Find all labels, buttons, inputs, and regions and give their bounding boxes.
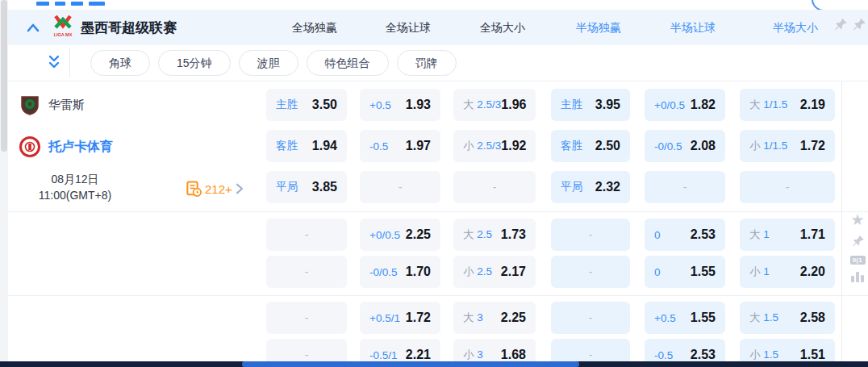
- ou-side: 大: [463, 311, 477, 323]
- bar: [851, 276, 854, 282]
- odds-cell-r1-c5[interactable]: +0/0.51.82: [645, 89, 725, 121]
- odds-value: 1.68: [501, 348, 526, 362]
- betting-panel: LIGA MX 墨西哥超级联赛 全场独赢全场让球全场大小半场独赢半场让球半场大小…: [0, 0, 868, 367]
- vertical-scrollbar-track[interactable]: [0, 0, 8, 367]
- ou-side: 小: [749, 140, 763, 152]
- odds-label: 小 1/1.5: [749, 139, 787, 153]
- odds-cell-r2-c3[interactable]: 小 2.5/31.92: [453, 130, 536, 162]
- odds-cell-r2-c4[interactable]: 客胜2.50: [551, 130, 630, 162]
- odds-cell-r4-c2[interactable]: +0/0.52.25: [360, 219, 440, 251]
- stats-bars-icon[interactable]: [851, 272, 864, 282]
- league-title: 墨西哥超级联赛: [81, 19, 177, 37]
- ou-line: 2.5/3: [477, 98, 501, 111]
- odds-value: 1.70: [406, 265, 431, 279]
- odds-label: 小 2.5: [463, 265, 492, 279]
- score-badge-icon[interactable]: 0|1: [850, 256, 866, 265]
- odds-value: 1.94: [312, 139, 337, 153]
- market-pill-2[interactable]: 15分钟: [158, 50, 231, 76]
- column-header-4[interactable]: 半场独赢: [559, 19, 638, 35]
- odds-cell-r3-c3: -: [453, 171, 536, 203]
- odds-label: -0.5/1: [369, 349, 398, 361]
- divider: [8, 295, 868, 296]
- odds-label: 客胜: [561, 139, 582, 153]
- odds-cell-r1-c3[interactable]: 大 2.5/31.96: [453, 89, 536, 121]
- ou-side: 大: [463, 228, 477, 240]
- column-header-3[interactable]: 全场大小: [461, 19, 544, 35]
- odds-cell-r1-c4[interactable]: 主胜3.95: [551, 89, 630, 121]
- column-header-6[interactable]: 半场大小: [748, 19, 843, 35]
- odds-cell-r6-c6[interactable]: 大 1.52.58: [740, 302, 835, 334]
- odds-label: 大 2.5: [463, 227, 492, 242]
- column-header-1[interactable]: 全场独赢: [274, 19, 355, 35]
- odds-cell-r5-c3[interactable]: 小 2.52.17: [453, 256, 536, 288]
- market-pill-1[interactable]: 角球: [90, 50, 150, 76]
- horizontal-scrollbar-thumb[interactable]: [242, 361, 579, 367]
- column-header-5[interactable]: 半场让球: [653, 19, 733, 35]
- ou-side: 小: [749, 348, 763, 361]
- clipped-glyph: [55, 2, 65, 6]
- odds-dash: -: [493, 181, 497, 194]
- odds-cell-r5-c5[interactable]: 01.55: [645, 256, 725, 288]
- odds-cell-r3-c1[interactable]: 平局3.85: [266, 171, 347, 203]
- odds-label: 小 1: [749, 265, 770, 279]
- odds-cell-r5-c6[interactable]: 小 12.20: [740, 256, 835, 288]
- odds-cell-r4-c5[interactable]: 02.53: [645, 219, 725, 251]
- odds-cell-r3-c4[interactable]: 平局2.32: [551, 171, 630, 203]
- away-team-name: 托卢卡体育: [48, 139, 113, 156]
- odds-label: 0: [654, 266, 661, 278]
- right-toolbar: ★ 0|1: [847, 213, 868, 282]
- odds-cell-r4-c3[interactable]: 大 2.51.73: [453, 219, 536, 251]
- odds-label: 大 1: [749, 227, 770, 242]
- pin-icon[interactable]: [833, 18, 848, 32]
- odds-label: 大 3: [463, 311, 483, 325]
- odds-value: 2.50: [595, 139, 620, 153]
- ou-line: 1/1.5: [763, 98, 787, 111]
- odds-label: 主胜: [561, 98, 582, 112]
- odds-label: 小 3: [463, 348, 483, 362]
- market-pill-4[interactable]: 特色组合: [307, 50, 389, 76]
- odds-cell-r1-c6[interactable]: 大 1/1.52.19: [740, 89, 835, 121]
- odds-value: 1.93: [406, 98, 431, 112]
- odds-cell-r5-c1: -: [266, 256, 347, 288]
- odds-cell-r2-c2[interactable]: -0.51.97: [360, 130, 440, 162]
- ou-line: 1.5: [763, 311, 778, 323]
- odds-label: 小 1.5: [749, 348, 778, 362]
- odds-cell-r6-c3[interactable]: 大 32.25: [453, 302, 536, 334]
- vertical-scrollbar-thumb[interactable]: [1, 0, 7, 152]
- odds-cell-r4-c6[interactable]: 大 11.71: [740, 219, 835, 251]
- odds-value: 3.85: [312, 180, 337, 194]
- odds-label: +0.5: [654, 312, 676, 324]
- odds-cell-r2-c5[interactable]: -0/0.52.08: [645, 130, 725, 162]
- odds-cell-r1-c1[interactable]: 主胜3.50: [266, 89, 347, 121]
- odds-value: 3.50: [312, 98, 337, 112]
- double-chevron-down-icon[interactable]: [46, 54, 64, 72]
- divider: [69, 48, 70, 77]
- market-pill-3[interactable]: 波胆: [239, 50, 298, 76]
- column-header-2[interactable]: 全场让球: [368, 19, 449, 35]
- more-markets-link[interactable]: 212+: [186, 181, 244, 197]
- horizontal-scrollbar-track[interactable]: [0, 361, 868, 367]
- collapse-chevron-up-icon[interactable]: [23, 17, 44, 38]
- market-pill-5[interactable]: 罚牌: [397, 50, 457, 76]
- odds-cell-r2-c1[interactable]: 客胜1.94: [266, 130, 347, 162]
- odds-cell-r5-c2[interactable]: -0/0.51.70: [360, 256, 440, 288]
- pin-icon[interactable]: [852, 18, 866, 32]
- odds-cell-r6-c5[interactable]: +0.51.55: [645, 302, 725, 334]
- odds-cell-r2-c6[interactable]: 小 1/1.51.72: [740, 130, 835, 162]
- odds-value: 2.19: [800, 98, 825, 112]
- favorite-star-icon[interactable]: ★: [850, 213, 864, 227]
- odds-value: 2.20: [800, 265, 825, 279]
- odds-cell-r6-c1: -: [266, 302, 347, 334]
- divider: [8, 81, 868, 81]
- odds-dash: -: [305, 265, 309, 278]
- odds-cell-r6-c2[interactable]: +0.5/11.72: [360, 302, 440, 334]
- match-date: 08月12日: [15, 171, 136, 187]
- ou-line: 1.5: [763, 348, 778, 361]
- odds-label: -0.5: [369, 140, 388, 152]
- odds-cell-r1-c2[interactable]: +0.51.93: [360, 89, 440, 121]
- divider: [8, 211, 868, 212]
- pin-icon[interactable]: [851, 235, 865, 248]
- odds-cell-r3-c6: -: [740, 171, 835, 203]
- away-team-row: 托卢卡体育: [19, 131, 113, 163]
- odds-label: -0/0.5: [654, 140, 682, 152]
